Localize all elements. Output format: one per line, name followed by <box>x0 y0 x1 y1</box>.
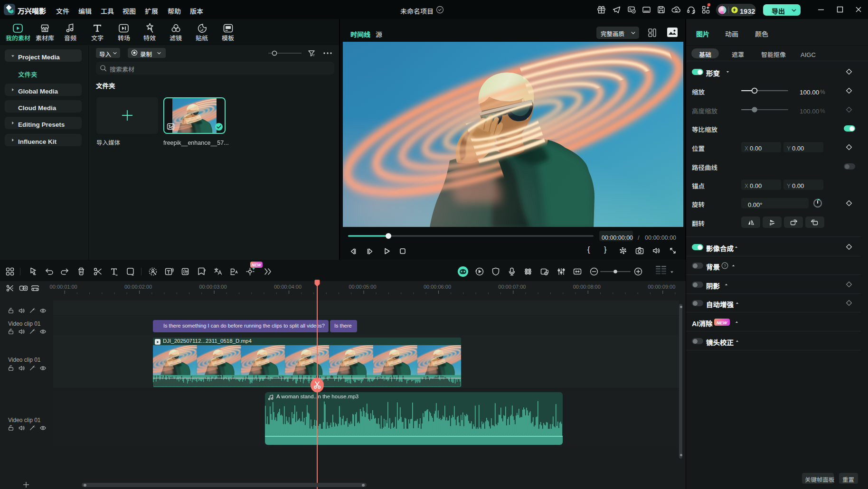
svg-text:?: ? <box>724 263 726 268</box>
